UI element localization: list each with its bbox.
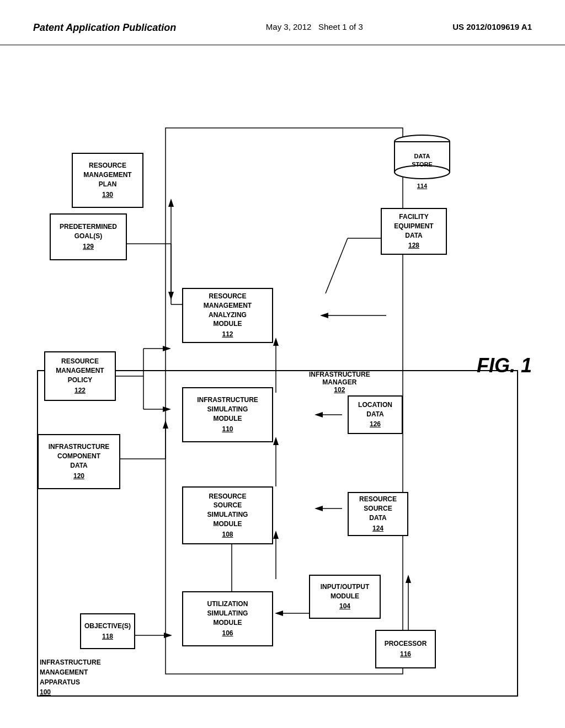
svg-marker-31 [168,292,174,300]
label-infrastructure-manager: INFRASTRUCTURE MANAGER 102 [309,371,370,394]
box-resource-source-simulating-module: RESOURCESOURCESIMULATINGMODULE 108 [182,486,273,544]
box-resource-management-policy: RESOURCEMANAGEMENTPOLICY 122 [44,351,116,401]
label-infrastructure-management-apparatus: INFRASTRUCTURE MANAGEMENT APPARATUS 100 [40,657,101,697]
svg-marker-3 [406,575,411,583]
fig-label: FIG. 1 [477,354,532,377]
box-processor: PROCESSOR 116 [375,630,436,668]
svg-marker-37 [275,611,283,616]
header-right: US 2012/0109619 A1 [452,22,532,31]
header-left: Patent Application Publication [33,22,176,34]
svg-marker-7 [315,506,323,511]
box-location-data: LOCATIONDATA 126 [348,395,403,434]
svg-marker-27 [163,346,171,351]
cylinder-data-store: DATA STORE 114 [392,133,452,183]
box-utilization-simulating-module: UTILIZATIONSIMULATINGMODULE 106 [182,591,273,646]
svg-text:STORE: STORE [412,161,433,168]
svg-text:DATA: DATA [414,153,430,159]
svg-marker-5 [273,531,279,539]
svg-line-39 [326,238,348,293]
svg-marker-9 [273,437,279,445]
box-predetermined-goal: PREDETERMINEDGOAL(S) 129 [50,213,127,260]
header: Patent Application Publication May 3, 20… [0,0,565,45]
box-resource-source-data: RESOURCESOURCEDATA 124 [348,492,408,536]
header-center: May 3, 2012 Sheet 1 of 3 [266,22,363,31]
box-resource-management-plan: RESOURCEMANAGEMENTPLAN 130 [72,153,143,208]
svg-marker-21 [163,420,168,429]
svg-marker-18 [168,199,174,207]
box-resource-management-analyzing-module: RESOURCEMANAGEMENTANALYZINGMODULE 112 [182,288,273,343]
svg-marker-15 [320,313,328,318]
svg-marker-11 [315,412,323,417]
box-input-output-module: INPUT/OUTPUTMODULE 104 [309,575,381,619]
box-infrastructure-simulating-module: INFRASTRUCTURESIMULATINGMODULE 110 [182,387,273,442]
svg-marker-28 [163,406,171,412]
diagram-area: RESOURCEMANAGEMENTPLAN 130 PREDETERMINED… [0,51,565,713]
svg-marker-13 [273,338,279,346]
box-objective: OBJECTIVE(S) 118 [80,613,135,649]
svg-marker-33 [164,633,172,638]
box-infrastructure-component-data: INFRASTRUCTURECOMPONENTDATA 120 [38,434,120,489]
box-facility-equipment-data: FACILITYEQUIPMENTDATA 128 [381,208,447,255]
